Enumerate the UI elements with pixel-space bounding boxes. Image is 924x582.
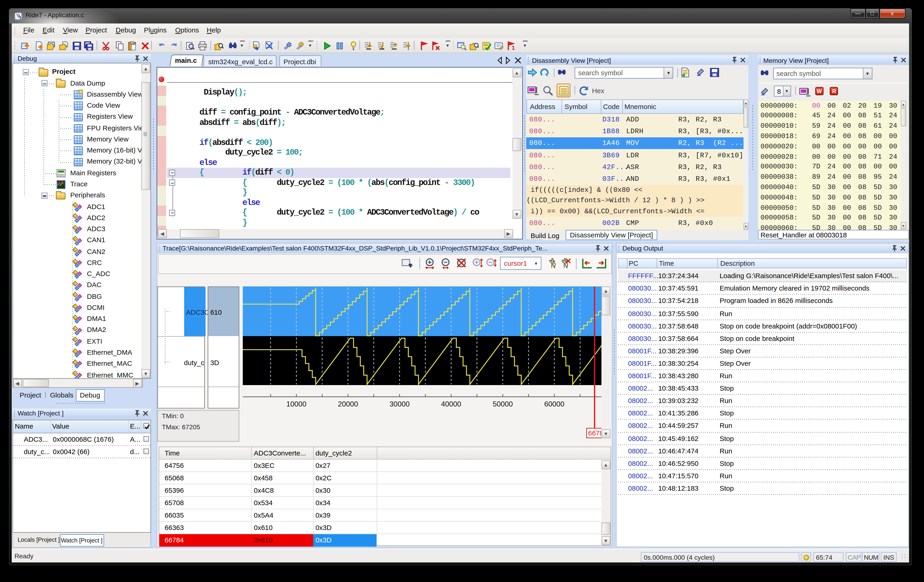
svg-text:50000: 50000 bbox=[492, 400, 513, 408]
svg-text:60000: 60000 bbox=[544, 400, 564, 408]
svg-text:20000: 20000 bbox=[338, 400, 358, 408]
svg-text:I: I bbox=[408, 46, 409, 50]
svg-text:40000: 40000 bbox=[441, 400, 461, 408]
svg-text:10000: 10000 bbox=[286, 400, 306, 408]
svg-text:30000: 30000 bbox=[389, 400, 409, 408]
svg-text:1: 1 bbox=[512, 45, 515, 50]
